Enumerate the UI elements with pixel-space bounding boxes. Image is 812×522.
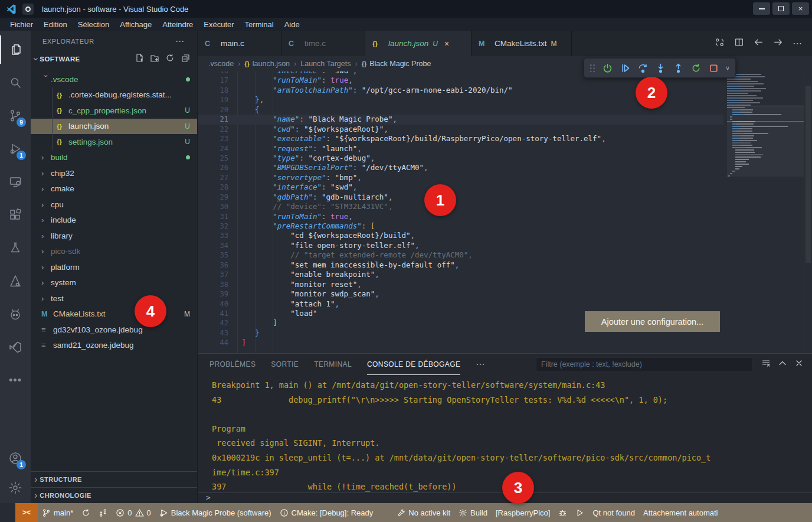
nav-back-button[interactable] — [754, 37, 764, 50]
breadcrumb-item-BlackMagicProbe[interactable]: {}Black Magic Probe — [362, 60, 431, 68]
activity-extensions[interactable] — [0, 201, 31, 229]
maximize-panel-button[interactable] — [778, 358, 787, 370]
restart-button[interactable] — [688, 60, 704, 76]
breadcrumb-item-.vscode[interactable]: .vscode — [208, 60, 234, 68]
code-line-34[interactable]: 34 "file open-story-teller.elf", — [198, 241, 723, 250]
tab-time.c[interactable]: Ctime.c — [281, 31, 365, 56]
statusbar-git-compare[interactable] — [94, 503, 112, 522]
statusbar-auto-attach[interactable]: Attachement automati — [639, 503, 722, 522]
tree-item-cmake[interactable]: ›cmake — [31, 181, 197, 197]
tree-item-include[interactable]: ›include — [31, 213, 197, 229]
code-line-29[interactable]: 29 "gdbPath": "gdb-multiarch", — [198, 193, 723, 202]
statusbar-build-variant[interactable]: [RaspberryPico] — [492, 503, 554, 522]
collapse-all-button[interactable] — [181, 53, 190, 65]
clear-console-button[interactable] — [761, 358, 771, 370]
menu-item-executer[interactable]: Exécuter — [198, 20, 239, 29]
tree-item-chip32[interactable]: ›chip32 — [31, 165, 197, 181]
activity-accounts[interactable]: 1 — [0, 444, 31, 472]
activity-cmake[interactable] — [0, 267, 31, 295]
power-button[interactable] — [600, 60, 615, 76]
code-line-36[interactable]: 36 "set mem inaccessible-by-default off"… — [198, 260, 723, 270]
breadcrumb-item-launch.json[interactable]: {}launch.json — [244, 60, 290, 68]
activity-run-and-debug[interactable]: 1 — [0, 135, 31, 163]
activity-platformio[interactable] — [0, 300, 31, 328]
breadcrumb-item-LaunchTargets[interactable]: Launch Targets — [300, 60, 351, 68]
statusbar-active-kit[interactable]: No active kit — [392, 503, 454, 522]
tree-item-platform[interactable]: ›platform — [31, 259, 197, 275]
activity-settings[interactable] — [0, 474, 31, 502]
debug-console-output[interactable]: Breakpoint 1, main () at /mnt/data/git/o… — [198, 375, 812, 492]
menu-item-aide[interactable]: Aide — [279, 20, 305, 29]
statusbar-remote-indicator[interactable]: >< — [15, 503, 38, 522]
minimize-button[interactable] — [753, 2, 770, 15]
menu-item-terminal[interactable]: Terminal — [240, 20, 279, 29]
tab-CMakeLists.txt[interactable]: MCMakeLists.txtM — [472, 31, 572, 56]
close-button[interactable]: × — [792, 2, 809, 15]
statusbar-git-branch[interactable]: main* — [38, 503, 77, 522]
tree-item-settings.json[interactable]: {}settings.jsonU — [31, 134, 197, 150]
step-into-button[interactable] — [653, 60, 669, 76]
statusbar-debug-config[interactable]: Black Magic Probe (software) — [155, 503, 276, 522]
code-line-28[interactable]: 28 "interface": "swd", — [198, 182, 723, 192]
step-over-button[interactable] — [635, 60, 651, 76]
tree-item-pico-sdk[interactable]: ›pico-sdk — [31, 244, 197, 260]
section-structure[interactable]: ›STRUCTURE — [31, 471, 197, 487]
sidebar-more-icon[interactable]: ⋯ — [175, 36, 185, 47]
statusbar-build[interactable]: Build — [454, 503, 492, 522]
code-line-31[interactable]: 31 "runToMain": true, — [198, 212, 723, 221]
statusbar-cmake-status[interactable]: CMake: [Debug]: Ready — [276, 503, 378, 522]
code-line-35[interactable]: 35 // "target extended-remote /dev/ttyAC… — [198, 250, 723, 260]
code-area[interactable]: 16 "interface": "swd",17 "runToMain": tr… — [198, 71, 723, 348]
panel-tab-console-de-debogage[interactable]: CONSOLE DE DÉBOGAGE — [367, 354, 460, 375]
statusbar-debug-bug[interactable] — [554, 503, 571, 522]
code-line-23[interactable]: 23 "executable": "${workspaceRoot}/build… — [198, 134, 723, 143]
tree-item-c_cpp_properties.json[interactable]: {}c_cpp_properties.jsonU — [31, 103, 197, 119]
activity-source-control[interactable]: 9 — [0, 102, 31, 130]
explorer-section-header[interactable]: › SOFTWARE — [31, 52, 197, 66]
code-line-37[interactable]: 37 "enable breakpoint", — [198, 270, 723, 279]
code-line-22[interactable]: 22 "cwd": "${workspaceRoot}", — [198, 125, 723, 134]
panel-tab-terminal[interactable]: TERMINAL — [314, 354, 352, 375]
tree-item-CMakeLists.txt[interactable]: MCMakeLists.txtM — [31, 306, 197, 322]
code-line-39[interactable]: 39 "monitor swdp_scan", — [198, 289, 723, 299]
minimap-slider[interactable] — [727, 106, 804, 177]
section-chronologie[interactable]: ›CHRONOLOGIE — [31, 487, 197, 503]
more-actions-icon[interactable]: ⋯ — [793, 38, 803, 49]
tree-item-launch.json[interactable]: {}launch.jsonU — [31, 119, 197, 135]
editor-scrollbar[interactable] — [804, 71, 812, 353]
panel-tab-problemes[interactable]: PROBLÈMES — [209, 354, 256, 375]
tree-item-system[interactable]: ›system — [31, 275, 197, 291]
tree-item-build[interactable]: ›build — [31, 150, 197, 166]
stop-dropdown-button[interactable]: ∨ — [723, 60, 732, 76]
split-editor-button[interactable] — [734, 37, 744, 50]
code-line-25[interactable]: 25 "type": "cortex-debug", — [198, 154, 723, 163]
debug-filter-input[interactable] — [536, 357, 753, 372]
step-out-button[interactable] — [670, 60, 686, 76]
activity-remote-explorer[interactable] — [0, 168, 31, 196]
tab-main.c[interactable]: Cmain.c — [198, 31, 281, 56]
code-line-33[interactable]: 33 "cd ${workspaceRoot}/build", — [198, 231, 723, 240]
panel-more-icon[interactable]: ⋯ — [476, 359, 486, 370]
tree-item-.cortex-debug.registers.stat...[interactable]: {}.cortex-debug.registers.stat... — [31, 87, 197, 103]
menu-item-selection[interactable]: Sélection — [73, 20, 114, 29]
add-configuration-button[interactable]: Ajouter une configuration... — [585, 311, 720, 332]
code-line-30[interactable]: 30 // "device": "STM32L431VC", — [198, 202, 723, 211]
statusbar-sync[interactable] — [77, 503, 94, 522]
tree-item-test[interactable]: ›test — [31, 291, 197, 306]
minimap[interactable] — [727, 71, 804, 353]
open-changes-button[interactable] — [715, 37, 725, 50]
stop-button[interactable] — [706, 60, 722, 76]
menu-item-affichage[interactable]: Affichage — [114, 20, 157, 29]
tree-item-gd32vf103_ozone.jdebug[interactable]: ≡gd32vf103_ozone.jdebug — [31, 322, 197, 338]
code-line-21[interactable]: 21 "name": "Black Magic Probe", — [198, 115, 723, 124]
code-line-26[interactable]: 26 "BMPGDBSerialPort": "/dev/ttyACM0", — [198, 163, 723, 172]
new-file-button[interactable] — [135, 53, 144, 65]
activity-visual-studio[interactable] — [0, 333, 31, 361]
code-line-32[interactable]: 32 "preRestartCommands": [ — [198, 221, 723, 231]
menu-item-edition[interactable]: Edition — [38, 20, 73, 29]
activity-search[interactable] — [0, 68, 31, 97]
tree-item-samd21_ozone.jdebug[interactable]: ≡samd21_ozone.jdebug — [31, 338, 197, 354]
activity-testing[interactable] — [0, 234, 31, 262]
tab-launch.json[interactable]: {}launch.jsonU× — [365, 31, 472, 56]
maximize-button[interactable] — [772, 2, 790, 15]
